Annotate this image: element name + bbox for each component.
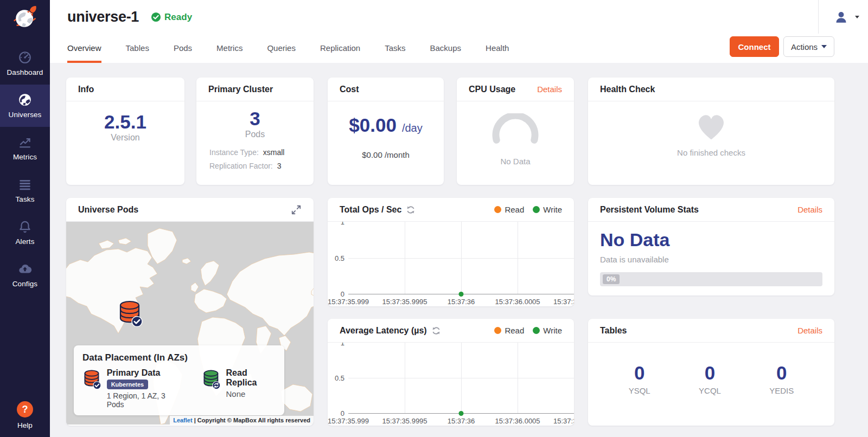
tab-metrics[interactable]: Metrics <box>216 43 242 63</box>
card-title: Info <box>78 85 94 94</box>
card-title: Tables <box>600 326 627 336</box>
tab-pods[interactable]: Pods <box>174 43 192 63</box>
legend-write[interactable]: Write <box>533 326 562 335</box>
replication-factor-label: Replication Factor: <box>209 162 273 170</box>
legend-read[interactable]: Read <box>494 326 524 335</box>
legend-write[interactable]: Write <box>533 205 562 214</box>
y-tick: 1 <box>341 222 344 226</box>
sidebar-item-label: Configs <box>12 280 37 288</box>
pvs-value: No Data <box>600 229 822 250</box>
ysql-count: 0 <box>629 362 650 384</box>
tab-queries[interactable]: Queries <box>267 43 296 63</box>
leaflet-link[interactable]: Leaflet <box>173 417 192 423</box>
sidebar-item-universes[interactable]: Universes <box>0 85 50 127</box>
universe-title: universe-1 <box>67 9 139 25</box>
sidebar-item-alerts[interactable]: Alerts <box>0 211 50 254</box>
actions-button-label: Actions <box>791 42 818 52</box>
instance-type-label: Instance Type: <box>209 148 259 157</box>
y-tick: 0.5 <box>335 374 344 382</box>
total-ops-chart-card: Total Ops / Sec <box>328 198 574 306</box>
universe-pods-card: Universe Pods <box>66 198 314 426</box>
gauge-arc-icon <box>483 113 548 147</box>
y-tick: 0.5 <box>335 254 344 262</box>
tab-tables[interactable]: Tables <box>126 43 149 63</box>
pvs-details-link[interactable]: Details <box>797 205 822 214</box>
cost-card: Cost $0.00 /day $0.00 /month <box>328 78 444 185</box>
pvs-caption: Data is unavailable <box>600 255 822 264</box>
cpu-details-link[interactable]: Details <box>537 85 562 94</box>
persistent-volume-card: Persistent Volume Stats Details No Data … <box>588 198 834 295</box>
version-caption: Version <box>66 133 184 143</box>
x-tick: 15:37:36 <box>448 417 475 425</box>
tab-tasks[interactable]: Tasks <box>385 43 405 63</box>
sidebar-item-tasks[interactable]: Tasks <box>0 169 50 211</box>
x-tick: 15:37:36.0005 <box>495 417 540 425</box>
tab-replication[interactable]: Replication <box>320 43 360 63</box>
pods-caption: Pods <box>196 130 314 139</box>
list-icon <box>18 177 32 191</box>
bell-icon <box>18 220 32 234</box>
legend-read[interactable]: Read <box>494 205 524 214</box>
chart-legend: Read Write <box>494 326 562 335</box>
connect-button[interactable]: Connect <box>730 36 779 57</box>
planet-rocket-logo-icon <box>10 4 40 34</box>
globe-icon <box>18 93 32 107</box>
y-tick: 1 <box>341 343 344 347</box>
primary-data-label: Primary Data <box>107 368 178 378</box>
sidebar-item-help[interactable]: ? Help <box>0 401 50 429</box>
app-logo[interactable] <box>0 0 50 38</box>
world-map[interactable]: Data Placement (In AZs) <box>66 222 314 425</box>
read-series-dot-icon <box>494 327 501 334</box>
tab-overview[interactable]: Overview <box>67 43 101 63</box>
read-replica-caption: None <box>226 389 276 399</box>
check-circle-icon <box>151 12 161 22</box>
sidebar-item-dashboard[interactable]: Dashboard <box>0 42 50 85</box>
x-tick: 15:37:35.9995 <box>382 298 427 306</box>
user-menu[interactable] <box>818 0 868 34</box>
refresh-chart-button[interactable] <box>432 326 441 335</box>
tab-backups[interactable]: Backups <box>430 43 462 63</box>
chevron-down-icon <box>855 16 859 18</box>
sidebar-item-label: Help <box>17 421 33 429</box>
chevron-down-icon <box>821 45 827 48</box>
health-empty-text: No finished checks <box>588 148 834 157</box>
instance-type-value: xsmall <box>263 148 285 157</box>
primary-cluster-map-marker[interactable] <box>117 300 143 327</box>
chart-plot-area[interactable]: 1 0.5 0 15:37:35.999 15:37:35.9995 15:37… <box>328 343 574 426</box>
primary-data-legend: Primary Data Kubernetes 1 Region, 1 AZ, … <box>82 368 178 409</box>
sidebar-item-label: Tasks <box>15 195 34 203</box>
status-badge: Ready <box>151 12 192 23</box>
expand-map-button[interactable] <box>291 204 302 215</box>
card-title: Cost <box>340 85 359 94</box>
cpu-usage-card: CPU Usage Details No Data <box>457 78 574 185</box>
tables-details-link[interactable]: Details <box>797 326 822 335</box>
sidebar-item-configs[interactable]: Configs <box>0 254 50 296</box>
version-value: 2.5.1 <box>66 111 184 133</box>
replication-factor-value: 3 <box>277 162 282 170</box>
avg-latency-chart-card: Average Latency (µs) <box>328 319 574 426</box>
refresh-chart-button[interactable] <box>406 205 415 214</box>
write-data-point <box>459 411 464 416</box>
actions-button[interactable]: Actions <box>783 36 834 57</box>
cost-per-day-unit: /day <box>402 122 423 134</box>
chart-plot-area[interactable]: 1 0.5 0 15:37:35.999 15:37:35.9995 15:37… <box>328 222 574 306</box>
card-title: Persistent Volume Stats <box>600 205 699 215</box>
card-title: CPU Usage <box>469 85 515 94</box>
sidebar-item-label: Alerts <box>15 237 34 246</box>
write-data-point <box>459 292 464 297</box>
status-text: Ready <box>164 12 192 23</box>
kubernetes-badge: Kubernetes <box>107 380 149 389</box>
sidebar-item-metrics[interactable]: Metrics <box>0 127 50 169</box>
ycql-stat: 0 YCQL <box>699 362 721 395</box>
cpu-empty-text: No Data <box>457 157 574 166</box>
data-placement-title: Data Placement (In AZs) <box>82 352 276 363</box>
heart-icon <box>695 111 727 142</box>
write-series-dot-icon <box>533 327 540 334</box>
x-tick: 15:37:35.999 <box>328 298 369 306</box>
help-icon: ? <box>17 401 33 417</box>
tab-health[interactable]: Health <box>486 43 509 63</box>
expand-icon <box>291 204 302 215</box>
primary-database-icon <box>82 368 101 391</box>
card-title: Universe Pods <box>78 205 138 215</box>
x-tick: 15:37:36 <box>448 298 475 306</box>
